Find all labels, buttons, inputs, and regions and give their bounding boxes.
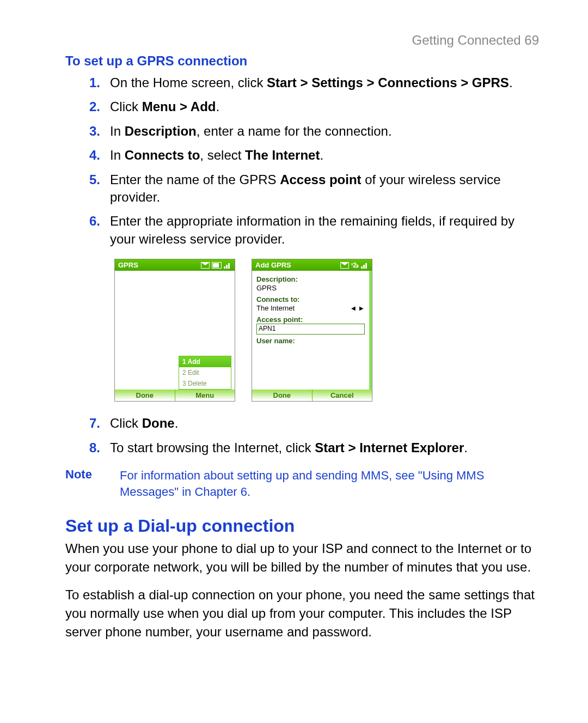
phone-softkeys: Done Menu (115, 390, 235, 401)
step-text: , enter a name for the connection. (197, 124, 392, 138)
input-mode-indicator: ¹2₃ (351, 262, 359, 269)
menu-item-delete[interactable]: 3 Delete (179, 378, 231, 389)
step-number: 1. (89, 74, 100, 92)
step-bold: Menu > Add (142, 99, 216, 114)
phone-screen-gprs-list: GPRS 1 Add 2 Edit 3 Delete Done Menu (114, 259, 235, 402)
step-number: 6. (89, 212, 100, 230)
signal-icon (361, 262, 369, 269)
value-connects-to[interactable]: The Internet ◀ ▶ (256, 303, 365, 313)
phone-softkeys: Done Cancel (252, 390, 372, 401)
step-bold: Access point (280, 172, 361, 187)
body-paragraph: When you use your phone to dial up to yo… (65, 539, 539, 576)
step-text: In (110, 148, 125, 162)
phone-title: GPRS (118, 261, 138, 269)
note-block: Note For information about setting up an… (65, 467, 539, 500)
value-description[interactable]: GPRS (256, 283, 365, 293)
step-text: . (175, 416, 179, 430)
phone-titlebar: Add GPRS ¹2₃ (252, 259, 372, 271)
step-text: Click (110, 99, 142, 114)
step-number: 2. (89, 98, 100, 116)
step-number: 3. (89, 123, 100, 140)
signal-icon (224, 262, 231, 269)
step-bold: Done (142, 416, 175, 430)
procedure-heading: To set up a GPRS connection (65, 53, 539, 69)
label-access-point: Access point: (256, 315, 365, 324)
step-text: On the Home screen, click (110, 75, 267, 90)
gprs-form: Description: GPRS Connects to: The Inter… (252, 271, 369, 347)
steps-list-bottom: 7. Click Done. 8. To start browsing the … (65, 415, 539, 457)
phone-screenshots: GPRS 1 Add 2 Edit 3 Delete Done Menu (114, 259, 539, 402)
step-text: , select (200, 148, 245, 162)
envelope-icon (340, 262, 349, 269)
step-item: 6. Enter the appropriate information in … (110, 212, 539, 248)
step-bold: Connects to (125, 148, 200, 162)
phone-titlebar: GPRS (115, 259, 235, 271)
step-bold: The Internet (245, 148, 320, 162)
envelope-icon (201, 262, 210, 269)
step-bold: Description (125, 124, 197, 138)
step-item: 7. Click Done. (110, 415, 539, 432)
step-number: 8. (89, 439, 100, 457)
step-text: Enter the name of the GPRS (110, 172, 280, 187)
section-heading-dialup: Set up a Dial-up connection (65, 516, 539, 536)
note-text: For information about setting up and sen… (120, 467, 539, 500)
step-bold: Start > Settings > Connections > GPRS (267, 75, 509, 90)
manual-page: Getting Connected 69 To set up a GPRS co… (0, 0, 588, 694)
step-item: 3. In Description, enter a name for the … (110, 123, 539, 140)
softkey-menu[interactable]: Menu (175, 390, 235, 401)
step-item: 5. Enter the name of the GPRS Access poi… (110, 171, 539, 206)
context-menu: 1 Add 2 Edit 3 Delete (179, 356, 231, 390)
softkey-done[interactable]: Done (115, 390, 175, 401)
step-item: 4. In Connects to, select The Internet. (110, 147, 539, 164)
step-text: To start browsing the Internet, click (110, 440, 315, 455)
note-label: Note (65, 467, 103, 500)
step-text: . (509, 75, 513, 90)
step-text: . (320, 148, 323, 162)
phone-status-icons (201, 262, 231, 269)
step-text: . (464, 440, 468, 455)
step-item: 1. On the Home screen, click Start > Set… (110, 74, 539, 92)
phone-title: Add GPRS (255, 261, 291, 269)
menu-item-edit[interactable]: 2 Edit (179, 367, 231, 378)
softkey-done[interactable]: Done (252, 390, 312, 401)
step-text: Click (110, 416, 142, 430)
steps-list-top: 1. On the Home screen, click Start > Set… (65, 74, 539, 248)
label-description: Description: (256, 275, 365, 283)
step-item: 2. Click Menu > Add. (110, 98, 539, 116)
step-text: In (110, 124, 125, 138)
phone-body: Description: GPRS Connects to: The Inter… (252, 271, 372, 390)
phone-screen-add-gprs: Add GPRS ¹2₃ Description: GPRS Connects … (252, 259, 372, 402)
input-access-point[interactable]: APN1 (256, 324, 365, 335)
step-bold: Start > Internet Explorer (315, 440, 464, 455)
step-text: Enter the appropriate information in the… (110, 214, 514, 246)
running-header: Getting Connected 69 (65, 33, 539, 48)
menu-item-add[interactable]: 1 Add (179, 356, 231, 367)
step-text: . (216, 99, 219, 114)
step-number: 5. (89, 171, 100, 189)
label-connects-to: Connects to: (256, 295, 365, 303)
spinner-arrows-icon: ◀ ▶ (351, 305, 365, 311)
step-item: 8. To start browsing the Internet, click… (110, 439, 539, 457)
phone-body: 1 Add 2 Edit 3 Delete (115, 271, 235, 390)
phone-status-icons: ¹2₃ (340, 262, 369, 269)
connects-to-text: The Internet (256, 304, 295, 312)
softkey-cancel[interactable]: Cancel (313, 390, 372, 401)
step-number: 7. (89, 415, 100, 432)
step-number: 4. (89, 147, 100, 164)
body-paragraph: To establish a dial-up connection on you… (65, 586, 539, 641)
label-user-name: User name: (256, 337, 365, 345)
battery-icon (212, 262, 222, 269)
